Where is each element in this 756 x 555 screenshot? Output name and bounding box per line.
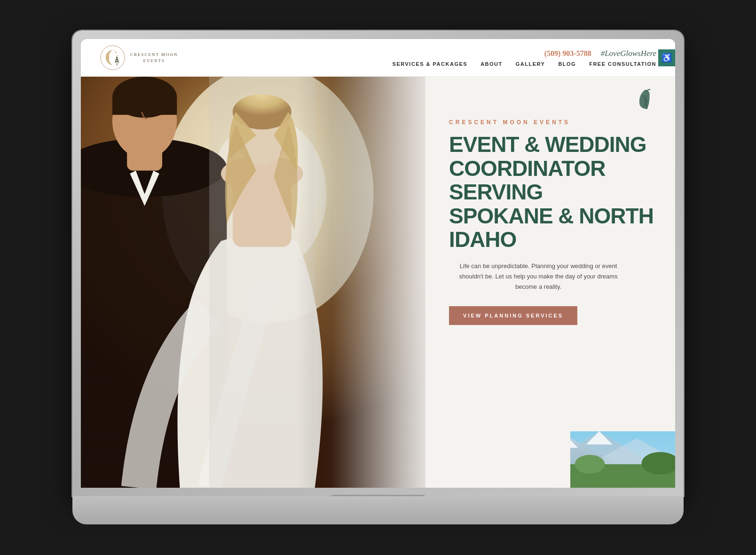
cta-button[interactable]: VIEW PLANNING SERVICES: [449, 306, 577, 325]
photo-fade: [331, 77, 425, 488]
accessibility-button[interactable]: ♿: [658, 49, 675, 66]
phone-number[interactable]: (509) 903-5788: [544, 49, 591, 58]
hero-section: CRESCENT MOON EVENTS EVENT & WEDDING COO…: [81, 77, 675, 488]
header-right: (509) 903-5788 #LoveGlowsHere SERVICES &…: [393, 49, 656, 67]
leaf-icon: [629, 85, 661, 119]
brand-subtitle: CRESCENT MOON EVENTS: [449, 119, 656, 126]
svg-point-3: [114, 50, 115, 51]
logo-icon: [100, 45, 126, 71]
svg-point-2: [118, 55, 118, 56]
main-nav: SERVICES & PACKAGES ABOUT GALLERY BLOG F…: [393, 61, 656, 67]
svg-point-0: [101, 46, 125, 70]
hero-photo: [81, 77, 425, 488]
logo-area: CRESCENT MOON EVENTS: [100, 45, 178, 71]
hashtag: #LoveGlowsHere: [601, 49, 656, 58]
mountain-scene: [570, 431, 675, 488]
hero-content: CRESCENT MOON EVENTS EVENT & WEDDING COO…: [425, 77, 675, 488]
hero-description: Life can be unpredictable. Planning your…: [449, 261, 628, 292]
laptop-base: [72, 496, 684, 524]
svg-rect-21: [209, 77, 315, 488]
logo-text: CRESCENT MOON EVENTS: [130, 52, 178, 63]
nav-blog[interactable]: BLOG: [558, 61, 576, 67]
header-top-row: (509) 903-5788 #LoveGlowsHere: [544, 49, 656, 58]
hero-heading: EVENT & WEDDING COORDINATOR SERVING SPOK…: [449, 133, 656, 252]
accessibility-icon: ♿: [662, 53, 672, 63]
screen-bezel: CRESCENT MOON EVENTS (509) 903-5788 #Lov…: [81, 39, 675, 488]
laptop-body: CRESCENT MOON EVENTS (509) 903-5788 #Lov…: [72, 31, 684, 496]
nav-gallery[interactable]: GALLERY: [516, 61, 545, 67]
svg-point-31: [575, 455, 605, 474]
laptop-shell: CRESCENT MOON EVENTS (509) 903-5788 #Lov…: [72, 31, 684, 524]
site-header: CRESCENT MOON EVENTS (509) 903-5788 #Lov…: [81, 39, 675, 77]
svg-point-1: [115, 52, 117, 53]
bottom-preview: [570, 431, 675, 488]
laptop-screen: CRESCENT MOON EVENTS (509) 903-5788 #Lov…: [81, 39, 675, 488]
nav-services[interactable]: SERVICES & PACKAGES: [393, 61, 468, 67]
nav-about[interactable]: ABOUT: [480, 61, 503, 67]
website: CRESCENT MOON EVENTS (509) 903-5788 #Lov…: [81, 39, 675, 488]
nav-consultation[interactable]: FREE CONSULTATION: [589, 61, 656, 67]
